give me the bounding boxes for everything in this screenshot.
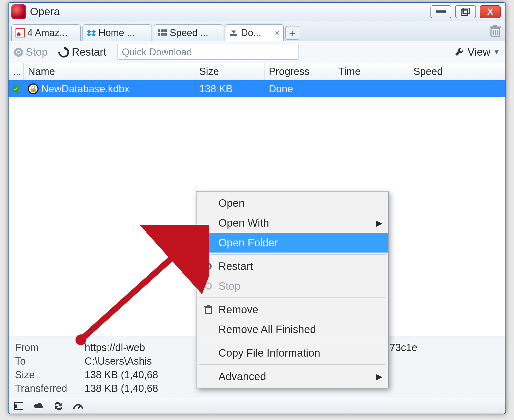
search-placeholder: Quick Download [122, 47, 192, 58]
downloads-list: ✓ 🔒 NewDatabase.kdbx 138 KB Done Open Op… [9, 80, 505, 337]
lock-icon: 🔒 [28, 83, 39, 94]
svg-rect-13 [161, 33, 164, 36]
svg-marker-6 [91, 30, 96, 33]
opera-icon [11, 4, 26, 19]
tab-downloads[interactable]: Do... × [225, 24, 284, 41]
restart-label: Restart [72, 46, 106, 58]
svg-rect-28 [207, 305, 210, 306]
quick-download-input[interactable]: Quick Download [117, 45, 299, 60]
col-progress[interactable]: Progress [264, 63, 334, 80]
svg-marker-5 [87, 30, 91, 33]
svg-rect-26 [205, 307, 211, 314]
stop-label: Stop [26, 46, 48, 58]
tab-4amaz[interactable]: 4 Amaz... [11, 24, 81, 41]
menu-separator [199, 341, 386, 341]
minimize-button[interactable] [430, 5, 451, 18]
svg-rect-2 [463, 8, 470, 14]
annotation-arrow [70, 225, 209, 353]
stop-icon [14, 48, 23, 57]
svg-rect-14 [164, 33, 167, 36]
page-icon [16, 28, 25, 37]
menu-open-folder[interactable]: Open Folder [196, 233, 388, 253]
statusbar [9, 398, 505, 414]
col-status[interactable]: ... [9, 63, 24, 80]
tab-label: Speed ... [170, 27, 208, 39]
tabstrip: 4 Amaz... Home ... Speed ... Do... × [9, 21, 505, 41]
tab-label: Home ... [99, 27, 135, 39]
download-toolbar: Stop Restart Quick Download View ▼ [9, 41, 505, 63]
svg-rect-11 [164, 29, 167, 32]
tab-label: Do... [241, 27, 261, 39]
col-size[interactable]: Size [195, 63, 264, 80]
context-menu: Open Open With ▶ Open Folder Restart St [196, 191, 389, 388]
titlebar: Opera X [9, 3, 505, 21]
svg-marker-7 [87, 33, 91, 36]
restart-icon [56, 44, 71, 60]
panel-icon[interactable] [13, 401, 24, 411]
svg-rect-27 [204, 306, 212, 307]
submenu-arrow-icon: ▶ [376, 218, 382, 228]
submenu-arrow-icon: ▶ [376, 372, 382, 381]
svg-point-24 [207, 265, 209, 267]
view-button[interactable]: View ▼ [454, 46, 500, 58]
svg-rect-0 [436, 10, 446, 13]
svg-line-31 [81, 243, 188, 340]
menu-remove[interactable]: Remove [196, 300, 388, 319]
menu-restart[interactable]: Restart [196, 256, 388, 276]
menu-advanced[interactable]: Advanced ▶ [196, 366, 388, 386]
row-name: NewDatabase.kdbx [41, 83, 130, 95]
svg-rect-12 [158, 33, 160, 36]
close-icon: X [487, 6, 493, 17]
svg-rect-3 [16, 28, 25, 37]
tab-close-icon[interactable]: × [275, 28, 279, 37]
row-size: 138 KB [199, 83, 233, 95]
menu-open[interactable]: Open [196, 193, 388, 213]
opera-window: Opera X 4 Amaz... [8, 2, 506, 414]
menu-separator [199, 297, 386, 298]
close-button[interactable]: X [480, 5, 501, 18]
sync-icon[interactable] [53, 401, 64, 411]
menu-separator [199, 364, 386, 365]
chevron-down-icon: ▼ [493, 48, 500, 56]
gauge-icon[interactable] [73, 401, 84, 411]
column-headers: ... Name Size Progress Time Speed [9, 63, 505, 80]
menu-open-with[interactable]: Open With ▶ [196, 213, 388, 233]
maximize-icon [461, 8, 470, 16]
svg-point-4 [17, 32, 21, 36]
svg-rect-15 [230, 34, 237, 36]
detail-from-label: From [15, 342, 85, 353]
stop-button[interactable]: Stop [14, 46, 48, 58]
menu-remove-all-finished[interactable]: Remove All Finished [196, 319, 388, 339]
detail-size-label: Size [15, 369, 85, 381]
col-time[interactable]: Time [334, 63, 409, 80]
closed-tabs-trash[interactable] [488, 24, 503, 39]
col-name[interactable]: Name [24, 63, 195, 80]
svg-rect-1 [461, 10, 467, 16]
svg-line-34 [78, 405, 81, 408]
minimize-icon [436, 10, 446, 13]
restart-button[interactable]: Restart [58, 46, 106, 58]
svg-marker-16 [231, 30, 236, 34]
new-tab-button[interactable]: ＋ [285, 26, 299, 40]
tab-home[interactable]: Home ... [82, 24, 152, 41]
view-label: View [467, 46, 490, 58]
maximize-button[interactable] [455, 5, 476, 18]
svg-rect-33 [15, 404, 17, 408]
checkmark-icon: ✓ [13, 84, 19, 93]
cloud-icon[interactable] [33, 401, 44, 411]
svg-marker-8 [91, 33, 96, 36]
restart-icon [203, 261, 213, 271]
download-row[interactable]: ✓ 🔒 NewDatabase.kdbx 138 KB Done [9, 80, 505, 97]
download-icon [229, 28, 238, 37]
trash-icon [489, 25, 501, 38]
svg-point-25 [205, 283, 211, 289]
trash-icon [203, 305, 213, 314]
svg-rect-10 [161, 29, 164, 32]
detail-to-label: To [15, 356, 85, 367]
menu-copy-file-info[interactable]: Copy File Information [196, 343, 388, 363]
col-speed[interactable]: Speed [409, 63, 505, 80]
tab-speed[interactable]: Speed ... [154, 24, 223, 41]
row-progress: Done [269, 83, 293, 95]
menu-stop[interactable]: Stop [196, 276, 388, 296]
app-title: Opera [30, 6, 60, 18]
